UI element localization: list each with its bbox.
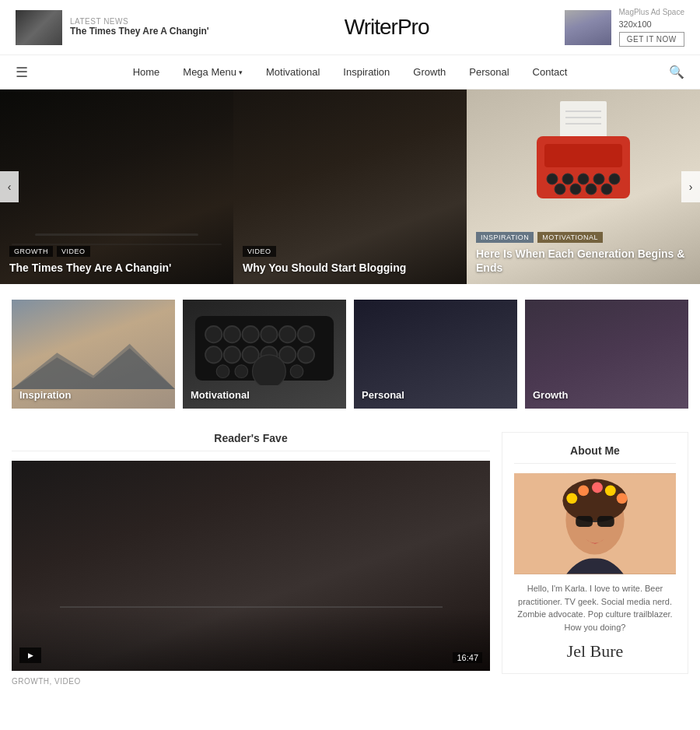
latest-news: Latest News The Times They Are A Changin… bbox=[16, 10, 209, 45]
keyboard-icon bbox=[191, 311, 338, 385]
svg-point-44 bbox=[617, 493, 628, 504]
svg-point-29 bbox=[298, 346, 314, 363]
nav-motivational[interactable]: Motivational bbox=[266, 66, 320, 78]
latest-news-image bbox=[16, 10, 62, 45]
author-signature: Jel Bure bbox=[514, 641, 676, 662]
svg-point-40 bbox=[566, 493, 577, 504]
hero-slider: ‹ GROWTH VIDEO The Times They Are A Chan… bbox=[0, 89, 700, 284]
svg-point-21 bbox=[261, 326, 277, 342]
nav-home[interactable]: Home bbox=[133, 66, 160, 78]
search-icon[interactable]: 🔍 bbox=[669, 65, 684, 79]
dropdown-arrow-icon: ▾ bbox=[239, 68, 243, 76]
svg-point-11 bbox=[555, 184, 565, 195]
svg-point-18 bbox=[205, 326, 222, 342]
slide-2-tag-video: VIDEO bbox=[243, 246, 276, 257]
svg-point-33 bbox=[290, 365, 303, 378]
svg-rect-5 bbox=[544, 144, 622, 167]
category-motivational[interactable]: Motivational bbox=[183, 300, 346, 409]
latest-title: The Times They Are A Changin' bbox=[70, 26, 209, 38]
nav-contact[interactable]: Contact bbox=[533, 66, 568, 78]
about-me-card: About Me bbox=[502, 432, 688, 674]
hero-slide-3: INSPIRATION MOTIVATIONAL Here Is When Ea… bbox=[467, 89, 700, 284]
svg-marker-16 bbox=[12, 349, 175, 390]
slide-3-tag-motivational: MOTIVATIONAL bbox=[537, 232, 603, 243]
slide-1-title: The Times They Are A Changin' bbox=[9, 261, 224, 275]
slide-3-tags: INSPIRATION MOTIVATIONAL bbox=[476, 232, 691, 243]
about-me-image bbox=[514, 473, 676, 574]
content-left: Reader's Fave 16:47 GROWTH, VIDEO bbox=[12, 432, 502, 689]
sidebar: About Me bbox=[502, 432, 688, 689]
video-duration: 16:47 bbox=[453, 652, 482, 663]
svg-point-19 bbox=[224, 326, 240, 342]
logo-bold: Writer bbox=[345, 15, 397, 39]
slider-prev-button[interactable]: ‹ bbox=[0, 171, 19, 202]
site-header: Latest News The Times They Are A Changin… bbox=[0, 0, 700, 55]
svg-point-7 bbox=[562, 174, 573, 184]
svg-point-12 bbox=[570, 184, 581, 195]
svg-point-13 bbox=[586, 184, 597, 195]
svg-point-30 bbox=[216, 365, 229, 378]
slide-1-caption: GROWTH VIDEO The Times They Are A Changi… bbox=[9, 246, 224, 275]
nav-inspiration[interactable]: Inspiration bbox=[343, 66, 390, 78]
category-inspiration-label: Inspiration bbox=[19, 389, 71, 401]
site-logo[interactable]: WriterPro bbox=[345, 15, 429, 40]
category-personal-label: Personal bbox=[362, 389, 404, 401]
nav-growth[interactable]: Growth bbox=[413, 66, 446, 78]
nav-mega-menu[interactable]: Mega Menu ▾ bbox=[183, 66, 243, 78]
nav-personal[interactable]: Personal bbox=[469, 66, 509, 78]
svg-point-42 bbox=[592, 483, 603, 493]
about-me-title: About Me bbox=[514, 444, 676, 464]
slide-2-tags: VIDEO bbox=[243, 246, 457, 257]
ad-space: MagPlus Ad Space 320x100 GET IT NOW bbox=[565, 8, 685, 47]
category-personal[interactable]: Personal bbox=[354, 300, 517, 409]
svg-point-9 bbox=[593, 174, 604, 184]
slide-2-title: Why You Should Start Blogging bbox=[243, 261, 457, 275]
svg-point-25 bbox=[224, 346, 240, 363]
svg-point-24 bbox=[205, 346, 222, 363]
video-play-icon[interactable] bbox=[19, 648, 41, 663]
category-growth-label: Growth bbox=[533, 389, 569, 401]
svg-point-32 bbox=[253, 355, 286, 385]
slide-3-title: Here Is When Each Generation Begins & En… bbox=[476, 247, 691, 275]
svg-point-22 bbox=[279, 326, 296, 342]
category-motivational-label: Motivational bbox=[191, 389, 250, 401]
svg-point-20 bbox=[243, 326, 259, 342]
ad-label: MagPlus Ad Space bbox=[619, 8, 685, 16]
slide-1-tag-growth: GROWTH bbox=[9, 246, 53, 257]
ad-text: MagPlus Ad Space 320x100 GET IT NOW bbox=[619, 8, 685, 47]
about-me-text: Hello, I'm Karla. I love to write. Beer … bbox=[514, 582, 676, 633]
svg-point-31 bbox=[235, 365, 248, 378]
svg-point-10 bbox=[609, 174, 620, 184]
svg-point-43 bbox=[605, 485, 616, 496]
slide-1-tag-video: VIDEO bbox=[57, 246, 90, 257]
main-content: Reader's Fave 16:47 GROWTH, VIDEO About … bbox=[0, 432, 700, 689]
svg-point-6 bbox=[547, 174, 558, 184]
slider-next-button[interactable]: › bbox=[681, 171, 700, 202]
readers-fave-title: Reader's Fave bbox=[12, 432, 490, 451]
slide-2-caption: VIDEO Why You Should Start Blogging bbox=[243, 246, 457, 275]
author-portrait bbox=[514, 473, 676, 574]
ad-button[interactable]: GET IT NOW bbox=[619, 32, 685, 47]
latest-news-text: Latest News The Times They Are A Changin… bbox=[70, 17, 209, 38]
logo-light: Pro bbox=[397, 15, 429, 39]
slide-1-tags: GROWTH VIDEO bbox=[9, 246, 224, 257]
featured-article: 16:47 GROWTH, VIDEO bbox=[12, 461, 490, 689]
svg-point-23 bbox=[298, 326, 314, 342]
category-inspiration[interactable]: Inspiration bbox=[12, 300, 175, 409]
featured-article-meta: GROWTH, VIDEO bbox=[12, 671, 490, 689]
svg-rect-38 bbox=[597, 516, 614, 527]
featured-article-image: 16:47 bbox=[12, 461, 490, 671]
ad-image bbox=[565, 10, 611, 45]
hamburger-menu[interactable]: ☰ bbox=[16, 64, 28, 81]
typewriter-illustration bbox=[525, 97, 642, 214]
hero-slide-1: GROWTH VIDEO The Times They Are A Changi… bbox=[0, 89, 233, 284]
svg-point-8 bbox=[578, 174, 589, 184]
main-nav: ☰ Home Mega Menu ▾ Motivational Inspirat… bbox=[0, 55, 700, 89]
svg-point-41 bbox=[578, 485, 589, 496]
hero-slide-2: VIDEO Why You Should Start Blogging bbox=[233, 89, 467, 284]
category-grid: Inspiration Motivational Personal bbox=[0, 284, 700, 424]
category-growth[interactable]: Growth bbox=[525, 300, 688, 409]
nav-links: Home Mega Menu ▾ Motivational Inspiratio… bbox=[133, 66, 568, 78]
svg-rect-37 bbox=[576, 516, 593, 527]
svg-point-14 bbox=[601, 184, 612, 195]
